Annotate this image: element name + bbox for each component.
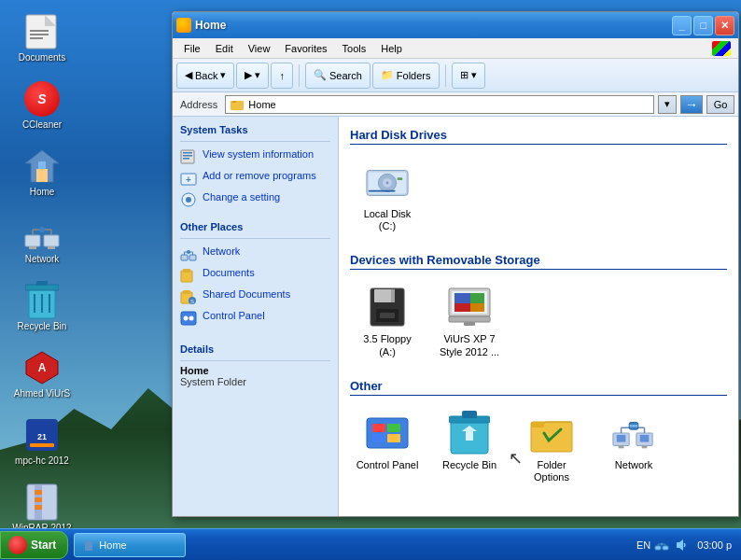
menu-tools[interactable]: Tools [335, 41, 374, 56]
details-title: Details [180, 343, 330, 355]
back-button[interactable]: ◀ Back ▾ [176, 63, 234, 89]
network-tray-icon[interactable] [654, 538, 669, 553]
taskbar-home-icon [82, 539, 95, 552]
sidebar-item-add-remove[interactable]: + Add or remove programs [180, 167, 330, 189]
svg-rect-4 [30, 37, 43, 39]
maximize-button[interactable]: □ [693, 16, 713, 35]
address-arrow-button[interactable]: ▾ [658, 95, 677, 114]
network-content-image [611, 411, 656, 455]
details-name: Home [180, 365, 330, 376]
system-tasks-section: System Tasks View system information [180, 124, 330, 210]
svg-rect-76 [372, 434, 385, 442]
floppy-image [365, 285, 410, 329]
svg-rect-71 [449, 316, 490, 322]
other-places-divider [180, 238, 330, 239]
desktop-icon-home[interactable]: Home [9, 144, 75, 202]
svg-rect-80 [462, 411, 477, 418]
control-panel-icon[interactable]: Control Panel [350, 405, 425, 489]
sidebar-documents-label: Documents [203, 266, 255, 279]
sidebar-network-icon [180, 245, 197, 262]
title-bar: Home _ □ ✕ [173, 12, 738, 38]
local-disk-c-icon[interactable]: Local Disk (C:) [350, 154, 425, 238]
recycle-bin-content-icon[interactable]: Recycle Bin [432, 405, 507, 489]
sidebar: System Tasks View system information [173, 117, 339, 516]
views-button[interactable]: ⊞ ▾ [452, 63, 485, 89]
svg-rect-10 [29, 246, 36, 249]
search-button[interactable]: 🔍 Search [305, 63, 370, 89]
sidebar-network-label: Network [203, 245, 240, 258]
folders-button[interactable]: 📁 Folders [372, 63, 440, 89]
documents-icon [23, 13, 61, 50]
svg-rect-27 [35, 497, 42, 502]
other-section: Other [350, 379, 727, 489]
taskbar-window-home[interactable]: Home [74, 533, 186, 557]
network-content-icon[interactable]: Network [596, 405, 671, 489]
view-info-label: View system information [203, 147, 314, 161]
back-arrow-icon: ◀ [185, 69, 192, 81]
viurs-dvd-label: ViUrS XP 7 Style 2012 ... [438, 333, 501, 357]
sidebar-item-shared-documents[interactable]: S Shared Documents [180, 286, 330, 307]
menu-favorites[interactable]: Favorites [277, 41, 334, 56]
menu-view[interactable]: View [241, 41, 278, 56]
folder-options-icon[interactable]: Folder Options [514, 405, 589, 489]
folders-icon: 📁 [381, 69, 394, 81]
svg-rect-72 [464, 322, 475, 326]
address-go-arrow[interactable]: → [680, 95, 703, 114]
sidebar-item-network[interactable]: Network [180, 243, 330, 264]
window-controls: _ □ ✕ [672, 16, 734, 35]
menu-edit[interactable]: Edit [208, 41, 241, 56]
svg-rect-50 [181, 312, 196, 325]
sidebar-item-view-info[interactable]: View system information [180, 146, 330, 167]
menu-help[interactable]: Help [373, 41, 410, 56]
svg-rect-97 [655, 546, 661, 550]
explorer-window: Home _ □ ✕ File Edit View Favorites Tool… [172, 11, 739, 517]
documents-icon-label: Documents [19, 52, 66, 63]
desktop-icon-network[interactable]: Network [9, 211, 75, 269]
svg-rect-82 [531, 422, 544, 427]
removable-header: Devices with Removable Storage [350, 253, 727, 270]
taskbar-clock[interactable]: 03:00 р [692, 538, 737, 553]
floppy-a-icon[interactable]: 3.5 Floppy (A:) [350, 279, 425, 363]
address-input[interactable]: Home [225, 95, 654, 114]
explorer-window-icon [176, 18, 191, 33]
svg-rect-88 [642, 445, 648, 448]
forward-button[interactable]: ▶ ▾ [236, 63, 269, 89]
menu-file[interactable]: File [176, 41, 208, 56]
desktop-icon-documents[interactable]: Documents [9, 9, 75, 67]
svg-rect-23 [30, 443, 54, 447]
address-go-button[interactable]: Go [706, 95, 734, 114]
svg-rect-64 [380, 313, 395, 318]
svg-point-94 [633, 425, 636, 427]
svg-rect-11 [48, 246, 55, 249]
network-desktop-icon [23, 215, 61, 252]
svg-rect-18 [36, 281, 48, 286]
up-button[interactable]: ↑ [271, 63, 293, 89]
start-button[interactable]: Start [0, 531, 68, 559]
sidebar-item-documents[interactable]: Documents [180, 264, 330, 286]
volume-tray-icon[interactable] [673, 538, 688, 553]
svg-rect-62 [391, 289, 395, 302]
forward-arrow-icon: ▶ [245, 69, 252, 81]
desktop-icon-mpc[interactable]: 21 mpc-hc 2012 [9, 413, 75, 470]
details-section: Details Home System Folder [180, 343, 330, 387]
address-label: Address [176, 99, 221, 110]
toolbar: ◀ Back ▾ ▶ ▾ ↑ 🔍 Search 📁 Folders [173, 59, 738, 92]
desktop-icon-recycle[interactable]: Recycle Bin [9, 278, 75, 336]
control-panel-image [365, 411, 410, 455]
hard-disk-header: Hard Disk Drives [350, 128, 727, 145]
recycle-bin-content-image [447, 411, 492, 455]
content-area: Hard Disk Drives [339, 117, 738, 516]
desktop-icon-ahmed[interactable]: A Ahmed ViUrS [9, 345, 75, 403]
details-description: System Folder [180, 376, 330, 387]
desktop-icon-ccleaner[interactable]: S CCleaner [9, 77, 75, 134]
svg-point-37 [186, 197, 191, 203]
close-button[interactable]: ✕ [715, 16, 734, 35]
sidebar-item-control-panel[interactable]: Control Panel [180, 307, 330, 329]
address-folder-icon [230, 97, 245, 112]
home-icon-label: Home [30, 187, 55, 198]
main-content: System Tasks View system information [173, 117, 738, 516]
minimize-button[interactable]: _ [672, 16, 692, 35]
sidebar-item-change-setting[interactable]: Change a setting [180, 189, 330, 210]
viurs-dvd-icon[interactable]: ViUrS XP 7 Style 2012 ... [432, 279, 507, 363]
svg-point-43 [187, 250, 190, 254]
